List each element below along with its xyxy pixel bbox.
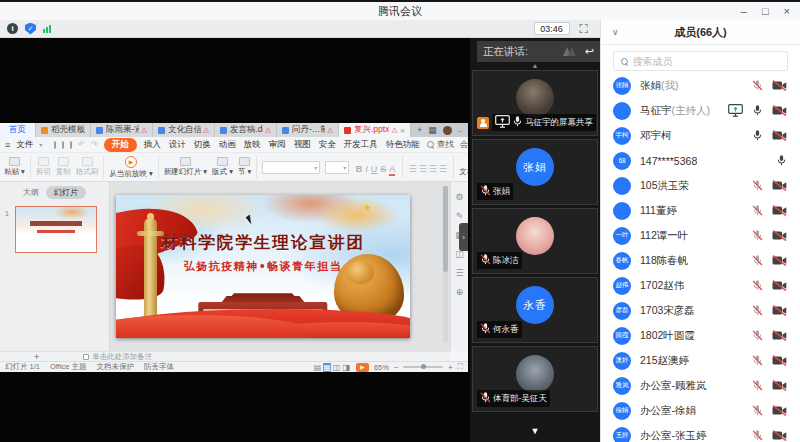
ribbon-menu-item[interactable]: 审阅: [268, 139, 287, 151]
sidebar-tool-icon[interactable]: ✎: [456, 211, 464, 221]
scroll-down-icon[interactable]: ▼: [531, 426, 540, 436]
close-icon[interactable]: ×: [784, 6, 790, 17]
fullscreen-icon[interactable]: ⛶: [580, 23, 588, 35]
document-tab[interactable]: 稻壳模板: [36, 123, 91, 137]
ribbon-menu-item[interactable]: 放映: [243, 139, 262, 151]
ribbon-menu-item[interactable]: 特色功能: [385, 139, 421, 151]
view-mode-icon[interactable]: ◫: [333, 363, 341, 372]
format-s-button[interactable]: S: [380, 164, 386, 174]
file-menu[interactable]: 文件: [16, 139, 33, 151]
tab-outline[interactable]: 大纲: [23, 187, 39, 198]
ribbon-menu-item[interactable]: 视图: [293, 139, 312, 151]
member-row[interactable]: 68147****5368: [601, 148, 800, 173]
ribbon-menu-item[interactable]: 开始: [104, 138, 137, 152]
member-row[interactable]: 雅岚办公室-顾雅岚: [601, 373, 800, 398]
panel-collapse-handle[interactable]: ›: [459, 223, 468, 251]
member-row[interactable]: 徐娟办公室-徐娟: [601, 398, 800, 423]
member-row[interactable]: 一叶112谭一叶: [601, 223, 800, 248]
security-shield-icon[interactable]: ✓: [25, 23, 36, 35]
toolbar-item[interactable]: 文本框 ▾: [459, 157, 468, 177]
video-tile[interactable]: 张娟张娟: [472, 139, 598, 205]
close-tab-icon[interactable]: ×: [400, 126, 405, 135]
slideshow-play-button[interactable]: ▶: [356, 363, 369, 372]
toolbar-item[interactable]: 版式 ▾: [212, 157, 233, 177]
title-bar[interactable]: 腾讯会议 – □ ×: [0, 2, 800, 20]
restore-layout-icon[interactable]: ↩: [585, 45, 594, 58]
member-row[interactable]: 圆霞1802叶圆霞: [601, 323, 800, 348]
info-icon[interactable]: i: [7, 23, 18, 34]
list-icon[interactable]: ☰: [409, 164, 417, 174]
format-a-button[interactable]: A: [389, 164, 395, 176]
member-row[interactable]: 彦磊1703宋彦磊: [601, 298, 800, 323]
video-tile[interactable]: 永香何永香: [472, 277, 598, 343]
preview-icon[interactable]: [70, 141, 72, 149]
slide-thumbnail[interactable]: [15, 206, 97, 253]
undo-icon[interactable]: ↶: [78, 140, 85, 149]
list-icon[interactable]: ☰: [439, 164, 447, 174]
member-row[interactable]: 张娟张娟(我): [601, 73, 800, 98]
member-row[interactable]: 春帆118陈春帆: [601, 248, 800, 273]
toolbar-item[interactable]: 节 ▾: [238, 157, 251, 177]
account-avatar[interactable]: [443, 126, 452, 135]
notes-placeholder-wrap[interactable]: 单击此处添加备注: [83, 352, 152, 362]
save-icon[interactable]: [54, 141, 56, 149]
document-tab[interactable]: 陈雨果-宣讲稿三改稿△: [91, 123, 153, 137]
print-icon[interactable]: [62, 141, 64, 149]
ribbon-menu-item[interactable]: 设计: [168, 139, 187, 151]
ribbon-menu-item[interactable]: 开发工具: [343, 139, 379, 151]
document-tab[interactable]: 文化自信-迎新手 佛△: [153, 123, 215, 137]
zoom-in-icon[interactable]: +: [448, 363, 452, 372]
view-mode-icon[interactable]: ◨: [342, 363, 350, 372]
document-tab[interactable]: 问丹-…制度优势△: [277, 123, 339, 137]
ribbon-right-button[interactable]: 会员专享: [460, 139, 468, 151]
toolbar-item[interactable]: 新建幻灯片 ▾: [164, 157, 207, 177]
collapse-panel-icon[interactable]: ∨: [612, 27, 619, 37]
font-combo[interactable]: ▾: [325, 161, 349, 174]
toolbar-item[interactable]: ▶从当前放映 ▾: [109, 156, 152, 179]
minimize-icon[interactable]: –: [741, 6, 747, 17]
ribbon-menu-item[interactable]: 安全: [318, 139, 337, 151]
fit-screen-icon[interactable]: ⛶: [458, 362, 463, 372]
member-row[interactable]: 宇柯邓宇柯: [601, 123, 800, 148]
search-input[interactable]: [633, 56, 781, 67]
zoom-slider[interactable]: [403, 366, 443, 368]
tab-slides[interactable]: 幻灯片: [46, 186, 86, 199]
document-tab[interactable]: 复兴.pptx△×: [339, 123, 411, 137]
document-tab[interactable]: 首页: [0, 123, 36, 137]
list-icon[interactable]: ☰: [429, 164, 437, 174]
member-row[interactable]: 赵伟1702赵伟: [601, 273, 800, 298]
video-tile[interactable]: 陈冰洁: [472, 208, 598, 274]
list-icon[interactable]: ☰: [419, 164, 427, 174]
tab-grid-icon[interactable]: ▦: [428, 125, 437, 135]
sidebar-tool-icon[interactable]: ⚙: [455, 192, 463, 202]
wps-minimize-icon[interactable]: –: [458, 126, 462, 135]
slide[interactable]: ★ 材料学院学生理论宣讲团 弘扬抗疫精神•畅谈青年担当: [116, 195, 410, 338]
document-tab[interactable]: 发言稿.docx△: [215, 123, 277, 137]
format-i-button[interactable]: I: [365, 164, 368, 174]
font-combo[interactable]: ▾: [262, 161, 320, 174]
view-mode-icon[interactable]: ▤: [314, 363, 322, 372]
network-signal-icon[interactable]: [43, 25, 51, 33]
redo-icon[interactable]: ↷: [91, 140, 98, 149]
video-tile[interactable]: 体育部-吴征天: [472, 346, 598, 412]
hamburger-icon[interactable]: ≡: [5, 140, 10, 150]
new-tab-icon[interactable]: +: [417, 125, 422, 135]
canvas-scrollbar[interactable]: [443, 186, 448, 343]
video-tile[interactable]: 马征宇的屏幕共享: [472, 70, 598, 136]
member-row[interactable]: 玉婷办公室-张玉婷: [601, 423, 800, 442]
member-search-box[interactable]: [613, 51, 788, 71]
maximize-icon[interactable]: □: [762, 6, 769, 17]
ribbon-menu-item[interactable]: 动画: [218, 139, 237, 151]
ribbon-menu-item[interactable]: 插入: [143, 139, 162, 151]
member-row[interactable]: 澳婷215赵澳婷: [601, 348, 800, 373]
sidebar-tool-icon[interactable]: ⊕: [456, 287, 464, 297]
sidebar-tool-icon[interactable]: ☰: [455, 268, 463, 278]
member-row[interactable]: 马征宇(主持人): [601, 98, 800, 123]
member-row[interactable]: 111董婷: [601, 198, 800, 223]
view-mode-icon[interactable]: ▦: [323, 363, 331, 372]
scroll-up-icon[interactable]: ▲: [470, 62, 600, 70]
toolbar-item[interactable]: 粘贴 ▾: [4, 157, 25, 177]
format-b-button[interactable]: B: [356, 164, 363, 174]
member-row[interactable]: 105洪玉荣: [601, 173, 800, 198]
zoom-out-icon[interactable]: −: [394, 363, 398, 372]
